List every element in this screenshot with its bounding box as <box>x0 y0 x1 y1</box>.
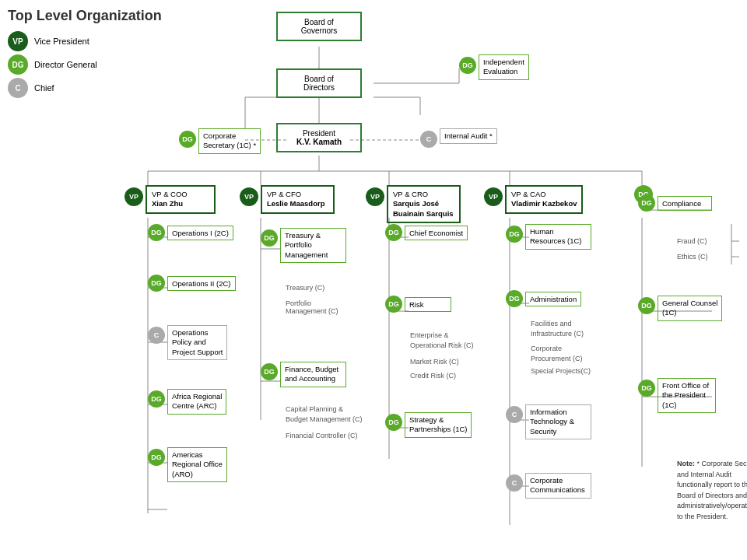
portfolio-c: PortfolioManagement (C) <box>282 299 338 315</box>
chief-econ-node: DG Chief Economist <box>385 224 468 241</box>
board-directors-text: Board ofDirectors <box>303 75 335 92</box>
treasury-node: DG Treasury &PortfolioManagement <box>261 228 346 263</box>
capital-sub: Capital Planning &Budget Management (C) <box>282 404 363 424</box>
vp-cro-box: VP & CROSarquis JoséBuainain Sarquis <box>387 185 461 223</box>
vp-cao-badge: VP <box>484 187 503 206</box>
internal-audit-node: C Internal Audit * <box>420 128 497 148</box>
ops-policy-node: C OperationsPolicy andProject Support <box>148 325 227 360</box>
enterprise-sub: Enterprise &Operational Risk (C) <box>406 331 474 350</box>
special-sub: Special Projects(C) <box>527 367 591 375</box>
corp-proc-sub: CorporateProcurement (C) <box>527 344 583 363</box>
risk-node: DG Risk <box>385 296 451 313</box>
dg-badge: DG <box>8 54 28 75</box>
market-sub: Market Risk (C) <box>406 358 459 366</box>
fraud-sub: Fraud (C) <box>673 237 707 245</box>
president-box: PresidentK.V. Kamath <box>276 123 362 152</box>
legend-c: C Chief <box>8 78 97 98</box>
internal-audit-box: Internal Audit * <box>440 128 497 144</box>
corp-secretary-box: CorporateSecretary (1C) * <box>198 128 261 154</box>
vp-cao-node: VP VP & CAOVladimir Kazbekov <box>484 185 583 214</box>
ops1-node: DG Operations I (2C) <box>148 224 233 241</box>
independent-eval-box: IndependentEvaluation <box>479 54 529 80</box>
legend-dg: DG Director General <box>8 54 97 75</box>
legend-vp: VP Vice President <box>8 31 97 51</box>
ethics-sub: Ethics (C) <box>673 253 708 261</box>
board-governors-text: Board ofGovernors <box>301 18 338 35</box>
page: Top Level Organization VP Vice President… <box>0 0 747 560</box>
corp-comm-node: C CorporateCommunications <box>506 473 591 499</box>
it-sec-node: C InformationTechnology &Security <box>506 404 591 439</box>
note-box: Note: * Corporate Secretary and Internal… <box>677 459 747 522</box>
americas-node: DG AmericasRegional Office(ARO) <box>148 447 227 482</box>
vp-label: Vice President <box>34 37 89 46</box>
vp-badge: VP <box>8 31 28 51</box>
vp-cfo-node: VP VP & CFOLeslie Maasdorp <box>240 185 335 214</box>
vp-coo-node: VP VP & COOXian Zhu <box>124 185 216 214</box>
fin-controller-sub: Financial Controller (C) <box>282 432 358 439</box>
board-governors-box: Board ofGovernors <box>276 12 362 41</box>
vp-cao-box: VP & CAOVladimir Kazbekov <box>505 185 583 214</box>
front-office-node: DG Front Office ofthe President(1C) <box>638 378 716 413</box>
facilities-sub: Facilities andInfrastructure (C) <box>527 319 584 338</box>
vp-cro-badge: VP <box>366 187 384 206</box>
vp-cfo-box: VP & CFOLeslie Maasdorp <box>261 185 335 214</box>
corp-secretary-node: DG CorporateSecretary (1C) * <box>179 128 261 154</box>
vp-cro-node: VP VP & CROSarquis JoséBuainain Sarquis <box>366 185 461 223</box>
vp-cfo-badge: VP <box>240 187 258 206</box>
ops2-node: DG Operations II (2C) <box>148 275 236 292</box>
vp-coo-box: VP & COOXian Zhu <box>146 185 216 214</box>
legend: VP Vice President DG Director General C … <box>8 31 97 98</box>
c-badge: C <box>8 78 28 98</box>
vp-coo-badge: VP <box>124 187 143 206</box>
human-res-node: DG HumanResources (1C) <box>506 224 591 250</box>
gen-counsel-node: DG General Counsel(1C) <box>638 296 722 321</box>
board-directors-box: Board ofDirectors <box>276 68 362 98</box>
internal-audit-badge: C <box>420 131 437 148</box>
finance-node: DG Finance, Budgetand Accounting <box>261 362 346 387</box>
c-label: Chief <box>34 83 54 93</box>
dg-label: Director General <box>34 60 97 69</box>
treasury-c: Treasury (C) <box>282 284 324 292</box>
strategy-node: DG Strategy &Partnerships (1C) <box>385 412 472 438</box>
independent-eval-badge: DG <box>459 57 476 74</box>
corp-secretary-badge: DG <box>179 131 196 148</box>
africa-node: DG Africa RegionalCentre (ARC) <box>148 389 226 415</box>
credit-sub: Credit Risk (C) <box>406 372 456 380</box>
compliance-node: DG Compliance <box>638 194 712 212</box>
president-text: PresidentK.V. Kamath <box>296 129 342 146</box>
independent-eval-node: DG IndependentEvaluation <box>459 54 529 80</box>
admin-node: DG Administration <box>506 290 581 307</box>
